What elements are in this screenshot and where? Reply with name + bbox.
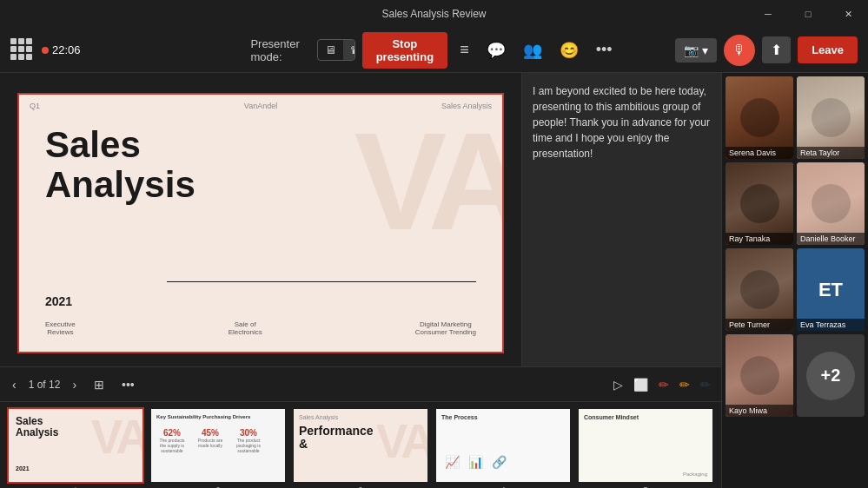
participant-tile-danielle: Danielle Booker	[797, 162, 865, 245]
next-slide-button[interactable]: ›	[67, 375, 82, 394]
participant-name-eva: Eva Terrazas	[797, 319, 865, 331]
slide-count: 1 of 12	[29, 379, 61, 391]
process-icon-2: 📊	[468, 455, 483, 469]
toolbar-left: 22:06	[10, 38, 243, 63]
prev-slide-button[interactable]: ‹	[7, 375, 22, 394]
chat-button[interactable]: 💬	[481, 37, 511, 63]
presenter-mode-side-by-side[interactable]: 🖥	[318, 40, 343, 60]
thumbnail-view-button[interactable]: ⊞	[89, 375, 109, 394]
presenter-mode-label: Presenter mode:	[250, 37, 310, 63]
slide-bottom-label-2: Sale ofElectronics	[229, 320, 262, 336]
slide-watermark: VA	[354, 112, 504, 251]
people-button[interactable]: 👥	[518, 37, 547, 63]
slide-brand-label: VanAndel	[244, 102, 277, 110]
thumbnail-2[interactable]: Key Sustainability Purchasing Drivers 62…	[149, 407, 287, 484]
window-controls: ─ □ ✕	[748, 0, 868, 28]
participant-name-ray: Ray Tanaka	[726, 233, 793, 245]
slide-more-button[interactable]: •••	[116, 375, 140, 394]
slide-big-title: SalesAnalysis	[45, 125, 195, 205]
thumbnail-5[interactable]: Consumer Mindset Packaging 5	[577, 407, 714, 484]
annotation-tools: ▷ ⬜ ✏ ✏ ✏	[610, 376, 714, 393]
toolbar-center: Presenter mode: 🖥 📽 Stop presenting ≡ 💬 …	[250, 32, 617, 69]
slide-area: Q1 VanAndel Sales Analysis SalesAnalysis…	[0, 73, 721, 488]
leave-button[interactable]: Leave	[798, 36, 858, 63]
stop-presenting-button[interactable]: Stop presenting	[362, 32, 448, 69]
time-text: 22:06	[52, 43, 81, 56]
slide-controls: ‹ 1 of 12 › ⊞ ••• ▷ ⬜ ✏ ✏ ✏	[0, 366, 721, 401]
presenter-mode-buttons: 🖥 📽	[317, 39, 354, 61]
participant-tile-eva: ET Eva Terrazas	[797, 248, 865, 331]
toolbar: 22:06 Presenter mode: 🖥 📽 Stop presentin…	[0, 28, 868, 73]
slide-main: Q1 VanAndel Sales Analysis SalesAnalysis…	[0, 73, 521, 366]
participant-name-pete: Pete Turner	[726, 319, 793, 331]
slide-and-notes: Q1 VanAndel Sales Analysis SalesAnalysis…	[0, 73, 721, 366]
thumbnail-strip: SalesAnalysis VA 2021 1 Key Sustainabili…	[0, 401, 721, 488]
mic-button[interactable]: 🎙	[724, 35, 755, 66]
current-slide-wrapper: Q1 VanAndel Sales Analysis SalesAnalysis…	[7, 80, 514, 366]
notes-panel: I am beyond excited to be here today, pr…	[521, 73, 721, 366]
window-title: Sales Analysis Review	[381, 8, 486, 20]
process-icon-3: 🔗	[492, 455, 507, 469]
pen2-button[interactable]: ✏	[676, 376, 693, 393]
participant-grid: Serena Davis Reta Taylor Ray Tanaka	[726, 76, 865, 417]
participant-name-serena: Serena Davis	[726, 147, 793, 159]
more-button[interactable]: •••	[591, 37, 618, 63]
video-button[interactable]: 📷 ▾	[675, 38, 717, 63]
participants-panel: Serena Davis Reta Taylor Ray Tanaka	[721, 73, 868, 488]
participant-tile-serena: Serena Davis	[726, 76, 793, 159]
time-display: 22:06	[42, 43, 81, 56]
participant-tile-reta: Reta Taylor	[797, 76, 865, 159]
participant-tile-kayo: Kayo Miwa	[726, 334, 793, 417]
slide-q1-label: Q1	[30, 102, 40, 110]
participant-tile-ray: Ray Tanaka	[726, 162, 793, 245]
maximize-button[interactable]: □	[788, 0, 828, 28]
title-bar: Sales Analysis Review ─ □ ✕	[0, 0, 868, 28]
participant-name-reta: Reta Taylor	[797, 147, 865, 159]
slide-bottom-label-1: ExecutiveReviews	[45, 320, 76, 336]
eraser-tool-button[interactable]: ⬜	[630, 376, 652, 393]
thumbnail-1[interactable]: SalesAnalysis VA 2021 1	[7, 407, 144, 484]
minimize-button[interactable]: ─	[748, 0, 788, 28]
pen3-button[interactable]: ✏	[697, 376, 714, 393]
main-area: Q1 VanAndel Sales Analysis SalesAnalysis…	[0, 73, 868, 488]
slide-bottom-label-3: Digital MarketingConsumer Trending	[415, 320, 476, 336]
record-indicator	[42, 47, 49, 54]
participant-name-kayo: Kayo Miwa	[726, 405, 793, 417]
thumbnail-4[interactable]: The Process 📈 📊 🔗 4	[434, 407, 572, 484]
pen1-button[interactable]: ✏	[655, 376, 673, 393]
pointer-tool-button[interactable]: ▷	[610, 376, 626, 393]
slide-year: 2021	[45, 294, 72, 308]
reaction-button[interactable]: 😊	[554, 37, 584, 63]
menu-button[interactable]: ≡	[454, 37, 474, 63]
participant-tile-more[interactable]: +2	[797, 334, 865, 417]
slide-divider-line	[167, 281, 476, 282]
presenter-mode-standout[interactable]: 📽	[343, 40, 354, 60]
slide-bottom-labels: ExecutiveReviews Sale ofElectronics Digi…	[45, 320, 476, 336]
apps-icon[interactable]	[10, 38, 35, 63]
participant-name-danielle: Danielle Booker	[797, 233, 865, 245]
close-button[interactable]: ✕	[828, 0, 868, 28]
participant-tile-pete: Pete Turner	[726, 248, 793, 331]
share-button[interactable]: ⬆	[762, 36, 791, 63]
process-icon-1: 📈	[445, 455, 460, 469]
notes-text: I am beyond excited to be here today, pr…	[533, 85, 710, 160]
current-slide: Q1 VanAndel Sales Analysis SalesAnalysis…	[17, 93, 504, 353]
thumbnail-3[interactable]: Sales Analysis Performance& VA 3	[292, 407, 429, 484]
toolbar-right: 📷 ▾ 🎙 ⬆ Leave	[625, 35, 858, 66]
